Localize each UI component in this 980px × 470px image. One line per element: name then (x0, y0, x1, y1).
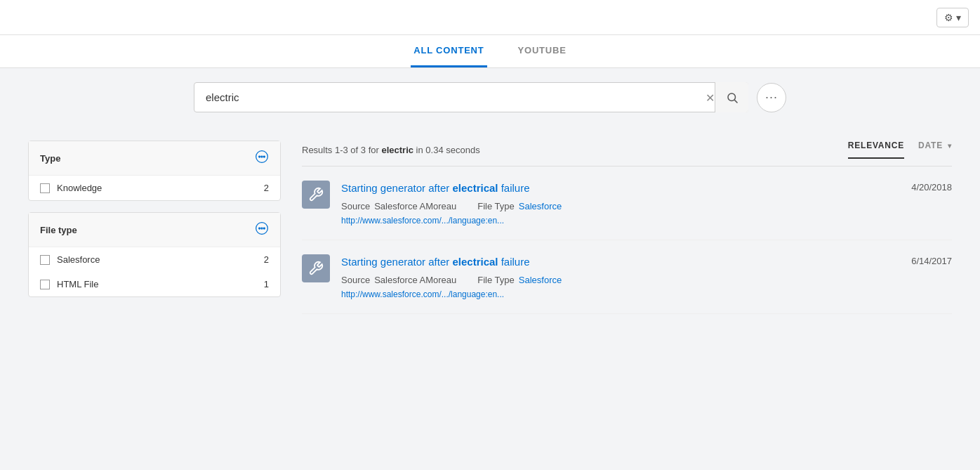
tab-bar: ALL CONTENT YOUTUBE (0, 35, 980, 68)
result-url-1[interactable]: http://www.salesforce.com/.../language:e… (341, 216, 900, 226)
gear-icon: ⚙ (944, 12, 953, 23)
filetype-label-1: File Type (477, 201, 515, 211)
source-value-2: Salesforce AMoreau (374, 275, 456, 285)
file-type-filter-title: File type (40, 225, 77, 235)
wrench-icon-1 (308, 187, 324, 202)
tab-all-content[interactable]: ALL CONTENT (411, 35, 486, 67)
salesforce-count: 2 (264, 254, 269, 265)
file-type-filter-menu-button[interactable] (255, 221, 269, 238)
result-source-1: Source Salesforce AMoreau (341, 201, 456, 211)
settings-button[interactable]: ⚙ ▾ (936, 8, 969, 27)
result-meta-2: Source Salesforce AMoreau File Type Sale… (341, 275, 900, 285)
result-title-1[interactable]: Starting generator after electrical fail… (341, 181, 900, 195)
search-icon (726, 91, 739, 104)
result-date-1: 4/20/2018 (911, 181, 952, 226)
content-area: Type Knowledge 2 (0, 119, 980, 335)
result-filetype-1: File Type Salesforce (477, 201, 562, 211)
filetype-value-1[interactable]: Salesforce (519, 201, 562, 211)
result-source-2: Source Salesforce AMoreau (341, 275, 456, 285)
more-options-button[interactable]: ··· (757, 83, 786, 112)
type-filter-menu-button[interactable] (255, 150, 269, 167)
sort-date[interactable]: DATE ▾ (918, 141, 952, 159)
results-summary: Results 1-3 of 3 for electric in 0.34 se… (302, 145, 480, 155)
filetype-value-2[interactable]: Salesforce (519, 275, 562, 285)
result-icon-1 (302, 181, 330, 209)
source-label-1: Source (341, 201, 370, 211)
result-card-1: Starting generator after electrical fail… (302, 167, 952, 240)
svg-point-9 (263, 228, 265, 229)
source-value-1: Salesforce AMoreau (374, 201, 456, 211)
sort-options: RELEVANCE DATE ▾ (848, 141, 952, 159)
knowledge-checkbox[interactable] (40, 183, 50, 193)
svg-line-1 (734, 100, 737, 103)
result-url-2[interactable]: http://www.salesforce.com/.../language:e… (341, 289, 900, 299)
dropdown-arrow-icon: ▾ (956, 12, 961, 23)
svg-point-3 (259, 156, 260, 157)
salesforce-label: Salesforce (57, 254, 100, 265)
salesforce-checkbox[interactable] (40, 255, 50, 265)
svg-point-5 (263, 156, 265, 157)
file-type-filter-item-salesforce: Salesforce 2 (29, 247, 280, 272)
svg-point-8 (261, 228, 263, 229)
svg-point-4 (261, 156, 263, 157)
file-type-filter-header: File type (29, 213, 280, 247)
type-filter-header: Type (29, 141, 280, 176)
type-filter-section: Type Knowledge 2 (28, 141, 281, 201)
tab-youtube[interactable]: YOUTUBE (515, 35, 569, 67)
type-filter-item-knowledge: Knowledge 2 (29, 176, 280, 200)
sort-relevance[interactable]: RELEVANCE (848, 141, 904, 159)
search-submit-button[interactable] (715, 82, 748, 112)
search-wrapper: ✕ (194, 82, 748, 112)
knowledge-count: 2 (264, 183, 269, 193)
search-section: ✕ ··· (0, 68, 980, 119)
filetype-label-2: File Type (477, 275, 515, 285)
file-type-filter-section: File type Salesforce 2 (28, 212, 281, 297)
result-filetype-2: File Type Salesforce (477, 275, 562, 285)
sort-date-chevron-icon: ▾ (948, 142, 952, 150)
knowledge-label: Knowledge (57, 183, 102, 193)
circle-menu-icon (255, 150, 269, 164)
result-card-2: Starting generator after electrical fail… (302, 240, 952, 314)
top-bar: ⚙ ▾ (0, 0, 980, 35)
circle-menu-icon-2 (255, 221, 269, 235)
result-meta-1: Source Salesforce AMoreau File Type Sale… (341, 201, 900, 211)
result-date-2: 6/14/2017 (911, 254, 952, 299)
result-title-2[interactable]: Starting generator after electrical fail… (341, 254, 900, 269)
results-header: Results 1-3 of 3 for electric in 0.34 se… (302, 141, 952, 167)
svg-point-7 (259, 228, 260, 229)
file-type-filter-item-html: HTML File 1 (29, 272, 280, 296)
source-label-2: Source (341, 275, 370, 285)
svg-point-0 (728, 93, 736, 101)
type-filter-title: Type (40, 153, 60, 164)
clear-search-button[interactable]: ✕ (706, 91, 715, 104)
search-input[interactable] (194, 82, 748, 112)
results-area: Results 1-3 of 3 for electric in 0.34 se… (302, 141, 952, 314)
wrench-icon-2 (308, 261, 324, 276)
sidebar: Type Knowledge 2 (28, 141, 281, 314)
html-file-label: HTML File (57, 279, 98, 289)
result-icon-2 (302, 254, 330, 282)
html-file-checkbox[interactable] (40, 280, 50, 289)
html-file-count: 1 (264, 279, 269, 289)
